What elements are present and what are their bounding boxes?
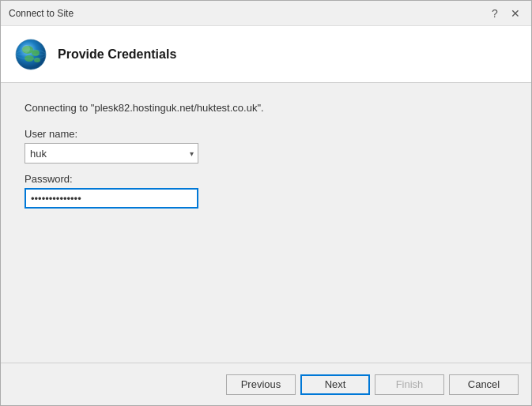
svg-point-3 — [25, 55, 34, 62]
header-title: Provide Credentials — [58, 47, 176, 62]
dialog-title: Connect to Site — [9, 8, 74, 19]
dialog-window: Connect to Site ? ✕ — [0, 0, 532, 406]
header-section: Provide Credentials — [1, 26, 531, 83]
close-button[interactable]: ✕ — [507, 6, 523, 21]
password-label: Password: — [25, 173, 507, 185]
svg-point-7 — [22, 45, 30, 53]
globe-icon — [15, 39, 47, 70]
password-input[interactable] — [25, 188, 198, 209]
password-group: Password: — [25, 173, 507, 209]
content-area: Connecting to "plesk82.hostinguk.net/huk… — [1, 83, 531, 363]
titlebar-buttons: ? ✕ — [487, 6, 523, 21]
username-label: User name: — [25, 128, 507, 140]
help-button[interactable]: ? — [487, 6, 503, 21]
connecting-text: Connecting to "plesk82.hostinguk.net/huk… — [25, 102, 507, 114]
previous-button[interactable]: Previous — [226, 374, 296, 395]
finish-button[interactable]: Finish — [375, 374, 444, 395]
username-select-wrapper: huk ▾ — [25, 143, 198, 164]
svg-point-2 — [32, 50, 40, 56]
cancel-button[interactable]: Cancel — [449, 374, 519, 395]
next-button[interactable]: Next — [300, 374, 370, 395]
titlebar: Connect to Site ? ✕ — [1, 1, 531, 26]
username-select[interactable]: huk — [25, 143, 198, 164]
footer: Previous Next Finish Cancel — [1, 363, 531, 405]
username-group: User name: huk ▾ — [25, 128, 507, 164]
